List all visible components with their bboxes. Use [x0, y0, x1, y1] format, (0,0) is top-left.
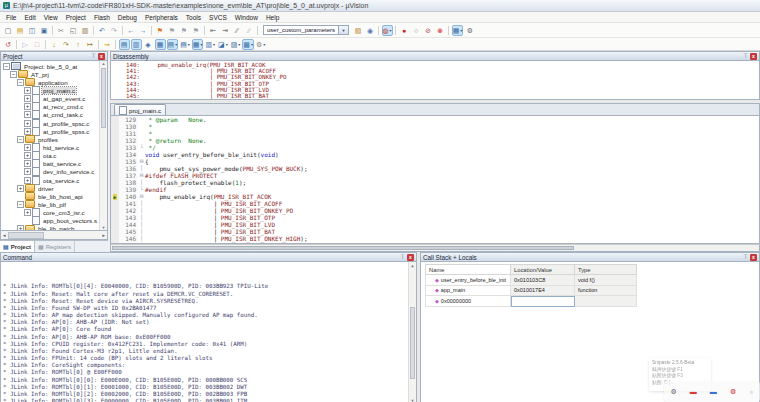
- serial-window-button[interactable]: ▥▾: [204, 39, 216, 50]
- bookmark-clear-all-button[interactable]: ⚑: [191, 25, 202, 36]
- editor-gutter[interactable]: [111, 207, 119, 214]
- fold-marker[interactable]: ⊟: [138, 172, 145, 179]
- call-stack-window-button[interactable]: ▤▾: [167, 39, 179, 50]
- tree-item-at-profile-spss-c[interactable]: +at_profile_spss.c: [1, 127, 107, 135]
- symbol-window-button[interactable]: ◈: [143, 39, 154, 50]
- comment-selection-button[interactable]: ∕∕: [232, 25, 243, 36]
- tray-red-gear-icon[interactable]: ⚙: [730, 388, 736, 395]
- tree-item-application[interactable]: −application: [1, 78, 107, 86]
- system-viewer-button[interactable]: ▩▾: [242, 39, 254, 50]
- tree-item-project-ble-5-0-at[interactable]: −Project: ble_5_0_at: [1, 62, 107, 70]
- pin-icon[interactable]: ⊤: [743, 53, 748, 59]
- chevron-down-icon[interactable]: ▼: [338, 26, 348, 34]
- tray-blue-app-icon[interactable]: ▬: [710, 388, 717, 395]
- fold-marker[interactable]: └: [138, 186, 145, 193]
- menu-peripherals[interactable]: Peripherals: [141, 14, 182, 21]
- navigate-back-button[interactable]: ←: [126, 25, 137, 36]
- expand-toggle[interactable]: +: [24, 168, 31, 175]
- editor-gutter[interactable]: [111, 228, 119, 235]
- trace-window-button[interactable]: ▨▾: [230, 39, 242, 50]
- tree-item-at-gap-event-c[interactable]: +at_gap_event.c: [1, 95, 107, 103]
- tray-gear-icon[interactable]: ⚙: [671, 388, 677, 395]
- tree-item-ota-c[interactable]: +ota.c: [1, 152, 107, 160]
- command-vertical-scrollbar[interactable]: ▲ ▼: [408, 262, 416, 402]
- bookmark-next-button[interactable]: ⚑: [179, 25, 190, 36]
- expand-toggle[interactable]: −: [17, 136, 24, 143]
- find-reference-button[interactable]: ◉: [365, 25, 376, 36]
- close-icon[interactable]: x: [750, 254, 757, 261]
- disassembly-window-button[interactable]: ▥: [131, 39, 142, 50]
- expand-toggle[interactable]: −: [17, 79, 24, 86]
- editor-gutter[interactable]: ▶: [111, 193, 119, 200]
- stack-frame-row[interactable]: ◆app_main0x010017E4function: [425, 286, 637, 297]
- expand-toggle[interactable]: +: [24, 128, 31, 135]
- close-icon[interactable]: x: [750, 53, 757, 60]
- fold-marker[interactable]: └: [138, 144, 145, 151]
- menu-view[interactable]: View: [40, 14, 62, 21]
- breakpoint-toggle-button[interactable]: ●: [399, 25, 410, 36]
- fold-marker[interactable]: │: [138, 221, 145, 228]
- editor-gutter[interactable]: [111, 158, 119, 165]
- tree-item-dev-info-service-c[interactable]: +dev_info_service.c: [1, 168, 107, 176]
- tree-item-at-prj[interactable]: −AT_prj: [1, 70, 107, 78]
- fold-marker[interactable]: ⊟: [138, 158, 145, 165]
- scroll-left-arrow-icon[interactable]: ◄: [2, 233, 6, 238]
- toolbox-button[interactable]: ⚙▾: [255, 39, 266, 50]
- tree-item-ble-lib-plf[interactable]: −ble_lib_plf: [1, 200, 107, 208]
- expand-toggle[interactable]: +: [24, 152, 31, 159]
- expand-toggle[interactable]: −: [17, 201, 24, 208]
- expand-toggle[interactable]: −: [3, 63, 10, 70]
- expand-toggle[interactable]: +: [24, 103, 31, 110]
- analysis-window-button[interactable]: ◪▾: [217, 39, 229, 50]
- undo-button[interactable]: ↶: [97, 25, 108, 36]
- code-editor[interactable]: 129 * @param None.130 *131 *132 * @retur…: [110, 115, 760, 244]
- disassembly-header[interactable]: Disassembly ⊤ x: [110, 51, 760, 61]
- fold-marker[interactable]: │: [138, 214, 145, 221]
- column-header-type[interactable]: Type: [575, 264, 637, 275]
- tree-item-at-cmd-task-c[interactable]: +at_cmd_task.c: [1, 111, 107, 119]
- tab-registers[interactable]: ▦ Registers: [35, 241, 75, 252]
- fold-marker[interactable]: │: [138, 165, 145, 172]
- fold-marker[interactable]: │: [138, 207, 145, 214]
- redo-button[interactable]: ↷: [109, 25, 120, 36]
- tree-item-proj-main-c[interactable]: +proj_main.c: [1, 86, 107, 94]
- project-tree[interactable]: ▲ ▼ −Project: ble_5_0_at−AT_prj−applicat…: [0, 61, 108, 231]
- menu-project[interactable]: Project: [62, 14, 90, 21]
- editor-gutter[interactable]: [111, 130, 119, 137]
- editor-gutter[interactable]: [111, 186, 119, 193]
- tray-circle-icon[interactable]: ●: [749, 388, 753, 395]
- new-file-button[interactable]: ▢: [3, 25, 14, 36]
- breakpoint-disable-button[interactable]: ○: [411, 25, 422, 36]
- cut-button[interactable]: ✂: [56, 25, 67, 36]
- scrollbar-thumb[interactable]: [112, 246, 574, 250]
- project-panel-header[interactable]: Project ⊤ x: [0, 51, 108, 61]
- editor-gutter[interactable]: [111, 116, 119, 123]
- menu-file[interactable]: File: [2, 14, 20, 21]
- expand-toggle[interactable]: +: [17, 225, 24, 231]
- editor-gutter[interactable]: [111, 123, 119, 130]
- expand-toggle[interactable]: +: [24, 160, 31, 167]
- expand-toggle[interactable]: +: [17, 185, 24, 192]
- tree-item-core-cm3-isr-c[interactable]: +core_cm3_isr.c: [1, 209, 107, 217]
- expand-toggle[interactable]: +: [24, 177, 31, 184]
- menu-window[interactable]: Window: [231, 14, 262, 21]
- scroll-right-arrow-icon[interactable]: ►: [102, 233, 106, 238]
- tab-proj-main-c[interactable]: proj_main.c: [114, 104, 166, 115]
- scrollbar-thumb[interactable]: [8, 232, 44, 239]
- tree-item-batt-service-c[interactable]: +batt_service.c: [1, 160, 107, 168]
- menu-flash[interactable]: Flash: [90, 14, 114, 21]
- close-icon[interactable]: x: [98, 53, 105, 60]
- fold-marker[interactable]: ⊟: [138, 193, 145, 200]
- tree-item-ota-service-c[interactable]: +ota_service.c: [1, 176, 107, 184]
- start-stop-debug-button[interactable]: ◍▾: [382, 25, 393, 36]
- command-window[interactable]: * JLink Info: ROMTbl[0][4]: E0040000, CI…: [0, 262, 417, 402]
- editor-gutter[interactable]: [111, 214, 119, 221]
- pin-icon[interactable]: ⊤: [400, 254, 405, 260]
- step-over-button[interactable]: ↷: [61, 39, 72, 50]
- editor-gutter[interactable]: [111, 137, 119, 144]
- step-out-button[interactable]: ↑: [73, 39, 84, 50]
- expand-toggle[interactable]: −: [10, 71, 17, 78]
- find-in-files-button[interactable]: ▧: [353, 25, 364, 36]
- call-stack-header[interactable]: Call Stack + Locals ⊤ x: [420, 252, 760, 262]
- pin-icon[interactable]: ⊤: [91, 53, 96, 59]
